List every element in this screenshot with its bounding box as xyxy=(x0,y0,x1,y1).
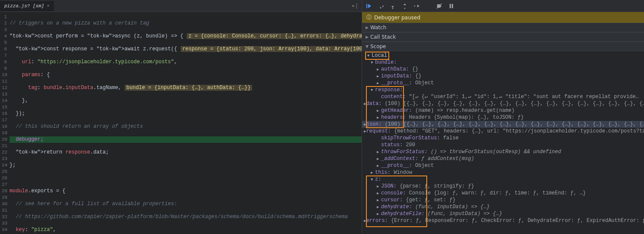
var-z-json[interactable]: ▶JSON: {parse: ƒ, stringify: ƒ} xyxy=(362,183,644,190)
step-out-icon[interactable] xyxy=(402,3,409,9)
scope-panel: ▼Local ▼bundle: ▶authData: {} ▶inputData… xyxy=(362,51,644,234)
var-z[interactable]: ▼z: xyxy=(362,176,644,183)
var-skipthrow[interactable]: skipThrowForStatus: false xyxy=(362,135,644,142)
deactivate-breakpoints-icon[interactable] xyxy=(436,3,443,9)
chevron-down-icon: ▼ xyxy=(366,44,369,49)
code-body: // triggers on a new pizza with a certai… xyxy=(9,12,362,234)
var-z-errors[interactable]: ▶errors: {Error: ƒ, ResponseError: ƒ, Ch… xyxy=(362,217,644,224)
section-watch[interactable]: ▶ Watch xyxy=(362,23,644,32)
var-inputdata[interactable]: ▶inputData: {} xyxy=(362,73,644,80)
svg-point-2 xyxy=(404,8,406,9)
svg-rect-5 xyxy=(452,4,453,8)
var-throwfor[interactable]: ▶throwForStatus: () => throwForStatus(ou… xyxy=(362,148,644,155)
debugger-paused-banner: ⓘ Debugger paused xyxy=(362,12,644,23)
chevron-right-icon: ▶ xyxy=(366,25,369,30)
step-over-icon[interactable] xyxy=(378,3,385,9)
var-addcontext[interactable]: ▶_addContext: ƒ addContext(msg) xyxy=(362,155,644,162)
var-this[interactable]: ▶this: Window xyxy=(362,169,644,176)
scope-local[interactable]: ▼Local xyxy=(362,52,644,59)
chevron-right-icon: ▶ xyxy=(366,35,369,39)
inline-hint-response: response = {status: 200, json: Array(100… xyxy=(181,46,362,52)
var-getheader[interactable]: ▶getHeader: (name) => resp.headers.get(n… xyxy=(362,107,644,114)
debugger-toolbar xyxy=(362,0,644,12)
svg-rect-4 xyxy=(450,4,451,8)
tab-file[interactable]: pizza.js? [sm] × xyxy=(0,1,54,11)
section-callstack[interactable]: ▶ Call Stack xyxy=(362,32,644,42)
var-z-dehydratefile[interactable]: ▶dehydrateFile: (func, inputData) => {…} xyxy=(362,210,644,217)
var-data[interactable]: ▶data: (100) [{…}, {…}, {…}, {…}, {…}, {… xyxy=(362,100,644,107)
var-bundle[interactable]: ▼bundle: xyxy=(362,59,644,66)
var-headers[interactable]: ▶headers: Headers {Symbol(map): {…}, toJ… xyxy=(362,114,644,121)
var-status[interactable]: status: 200 xyxy=(362,142,644,148)
inline-hint-z: z = {console: Console, cursor: {…}, erro… xyxy=(187,33,362,39)
svg-point-3 xyxy=(414,5,416,6)
tab-bar: pizza.js? [sm] × ▸│ xyxy=(0,0,362,12)
inline-hint-bundle: bundle = {inputData: {…}, authData: {…}} xyxy=(125,85,252,91)
close-icon[interactable]: × xyxy=(47,3,50,9)
step-icon[interactable] xyxy=(414,3,421,9)
section-scope[interactable]: ▼ Scope xyxy=(362,42,644,51)
var-proto[interactable]: ▶__proto__: Object xyxy=(362,80,644,86)
var-proto2[interactable]: ▶__proto__: Object xyxy=(362,162,644,169)
var-z-dehydrate[interactable]: ▶dehydrate: (func, inputData) => {…} xyxy=(362,203,644,210)
var-authdata[interactable]: ▶authData: {} xyxy=(362,66,644,73)
svg-point-1 xyxy=(392,8,394,9)
resume-icon[interactable] xyxy=(366,3,372,9)
show-navigator-icon[interactable]: ▸│ xyxy=(349,3,362,9)
var-content[interactable]: content: "[↵ {↵ "userId": 1,↵ "id": 1,↵ … xyxy=(362,93,644,100)
svg-point-0 xyxy=(380,7,381,8)
tab-title: pizza.js? [sm] xyxy=(4,3,44,9)
current-execution-line: debugger; xyxy=(9,136,362,143)
var-z-cursor[interactable]: ▶cursor: {get: ƒ, set: ƒ} xyxy=(362,197,644,203)
info-icon: ⓘ xyxy=(366,14,372,21)
var-request[interactable]: ▶request: {method: "GET", headers: {…}, … xyxy=(362,128,644,135)
code-editor[interactable]: 12345 678910 1112131415 1617181920 21222… xyxy=(0,12,362,234)
var-z-console[interactable]: ▶console: Console {log: ƒ, warn: ƒ, dir:… xyxy=(362,190,644,197)
line-gutter: 12345 678910 1112131415 1617181920 21222… xyxy=(0,12,9,234)
var-response[interactable]: ▼response: xyxy=(362,86,644,93)
pause-exceptions-icon[interactable] xyxy=(448,3,455,9)
var-json[interactable]: ▶json: (100) [{…}, {…}, {…}, {…}, {…}, {… xyxy=(362,121,644,128)
step-into-icon[interactable] xyxy=(390,3,397,9)
